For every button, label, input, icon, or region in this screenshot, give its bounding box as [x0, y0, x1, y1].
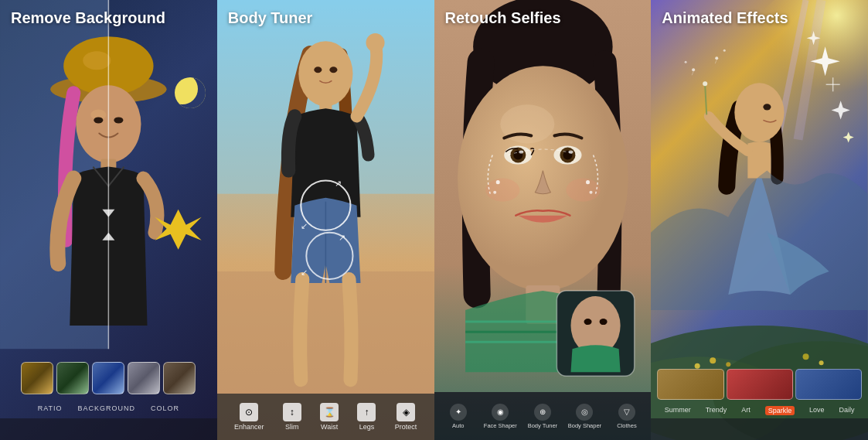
svg-point-57 [710, 357, 716, 363]
svg-point-41 [493, 191, 496, 194]
thumb-3[interactable] [92, 362, 124, 394]
slim-icon: ↕ [283, 403, 301, 421]
svg-point-69 [723, 49, 726, 52]
panel-body-tuner: Body Tuner ↗ [217, 0, 434, 440]
panel-2-title: Body Tuner [228, 9, 313, 27]
waist-icon: ⌛ [320, 403, 339, 421]
category-trendy[interactable]: Trendy [706, 406, 727, 415]
legs-label: Legs [359, 423, 375, 431]
panel-2-toolbar: ⊙ Enhancer ↕ Slim ⌛ Waist ↑ Legs ◈ Prote… [217, 394, 434, 440]
legs-icon: ↑ [357, 403, 376, 421]
background-thumbnails [0, 359, 217, 397]
panel-4-title: Animated Effects [662, 9, 788, 27]
svg-text:↙: ↙ [301, 221, 308, 230]
enhancer-label: Enhancer [234, 423, 264, 431]
svg-point-7 [114, 117, 123, 123]
panel-4-thumb-1[interactable] [657, 369, 723, 400]
toolbar-slim[interactable]: ↕ Slim [283, 403, 301, 431]
svg-text:↗: ↗ [339, 233, 345, 242]
protect-icon: ◈ [397, 403, 415, 421]
face-shaper-icon: ◉ [492, 404, 509, 421]
svg-point-38 [485, 179, 519, 202]
svg-point-59 [695, 363, 700, 369]
face-shaper-label: Face Shaper [484, 422, 517, 429]
panel-animated-effects: Animated Effects [651, 0, 868, 440]
ratio-label: RATIO [38, 404, 63, 412]
svg-point-43 [589, 191, 592, 194]
panel-4-thumb-2[interactable] [727, 369, 793, 400]
toolbar-icons: ⊙ Enhancer ↕ Slim ⌛ Waist ↑ Legs ◈ Prote… [217, 403, 434, 431]
svg-point-66 [692, 68, 695, 71]
svg-point-40 [495, 180, 499, 184]
toolbar-clothes[interactable]: ▽ Clothes [606, 404, 648, 429]
svg-point-58 [727, 362, 731, 367]
slim-label: Slim [285, 423, 299, 431]
svg-point-42 [586, 180, 590, 184]
category-art[interactable]: Art [741, 406, 751, 415]
toolbar-body-shaper[interactable]: ◎ Body Shaper [563, 404, 606, 429]
panel-3-title: Retouch Selfies [445, 9, 561, 27]
panel-4-category-labels: Summer Trendy Art Sparkle Love Daily [651, 406, 868, 415]
panel-3-face [434, 0, 652, 440]
color-label: COLOR [151, 404, 179, 412]
svg-point-15 [314, 67, 322, 73]
body-tuner-label: Body Tuner [528, 422, 557, 429]
body-shaper-label: Body Shaper [568, 422, 601, 429]
panel-1-title: Remove Background [11, 9, 165, 27]
background-label: BACKGROUND [78, 404, 136, 412]
panel-1-bottom-bar [0, 418, 217, 440]
toolbar-face-shaper[interactable]: ◉ Face Shaper [479, 404, 522, 429]
panel-3-toolbar: ✦ Auto ◉ Face Shaper ⊕ Body Tuner ◎ Body… [434, 392, 652, 440]
thumb-5[interactable] [163, 362, 196, 394]
clothes-label: Clothes [617, 422, 636, 429]
svg-point-65 [703, 81, 707, 86]
thumb-2[interactable] [56, 362, 89, 394]
svg-point-68 [715, 56, 718, 60]
svg-point-3 [83, 51, 111, 70]
thumb-4[interactable] [128, 362, 160, 394]
body-tuner-icon: ⊕ [534, 404, 551, 421]
svg-point-60 [803, 353, 809, 360]
panel-3-toolbar-row: ✦ Auto ◉ Face Shaper ⊕ Body Tuner ◎ Body… [434, 404, 652, 429]
category-sparkle-active[interactable]: Sparkle [765, 406, 795, 415]
svg-text:↗: ↗ [335, 179, 342, 188]
category-daily[interactable]: Daily [839, 406, 855, 415]
svg-point-18 [366, 33, 384, 52]
toolbar-body-tuner[interactable]: ⊕ Body Tuner [522, 404, 564, 429]
svg-point-61 [819, 360, 824, 365]
svg-point-63 [764, 104, 771, 110]
auto-icon: ✦ [450, 404, 467, 421]
svg-point-16 [329, 67, 337, 73]
svg-point-39 [566, 179, 600, 202]
panel-remove-background: Remove Background [0, 0, 217, 440]
body-shaper-icon: ◎ [576, 404, 593, 421]
ratio-labels-row: RATIO BACKGROUND COLOR [0, 404, 217, 412]
toolbar-enhancer[interactable]: ⊙ Enhancer [234, 403, 264, 431]
svg-point-67 [685, 61, 687, 63]
panel-retouch-selfies: Retouch Selfies [434, 0, 652, 440]
waist-label: Waist [321, 423, 338, 431]
svg-point-62 [735, 83, 785, 142]
auto-label: Auto [452, 422, 464, 429]
protect-label: Protect [395, 423, 417, 431]
panel-4-thumbnails [651, 369, 868, 400]
toolbar-waist[interactable]: ⌛ Waist [320, 403, 339, 431]
svg-point-49 [599, 319, 607, 325]
svg-point-14 [298, 41, 352, 106]
panel-4-thumb-3[interactable] [795, 369, 862, 400]
toolbar-protect[interactable]: ◈ Protect [395, 403, 417, 431]
toolbar-legs[interactable]: ↑ Legs [357, 403, 376, 431]
svg-text:↙: ↙ [301, 268, 308, 277]
panel-4-bottom-bar [651, 418, 868, 440]
panel-2-person: ↗ ↙ ↗ ↙ [217, 0, 434, 440]
svg-point-6 [94, 117, 103, 123]
toolbar-auto[interactable]: ✦ Auto [437, 404, 480, 429]
enhancer-icon: ⊙ [240, 403, 258, 421]
category-summer[interactable]: Summer [665, 406, 691, 415]
svg-point-48 [584, 319, 591, 325]
thumb-1[interactable] [21, 362, 53, 394]
clothes-icon: ▽ [618, 404, 635, 421]
category-love[interactable]: Love [809, 406, 825, 415]
